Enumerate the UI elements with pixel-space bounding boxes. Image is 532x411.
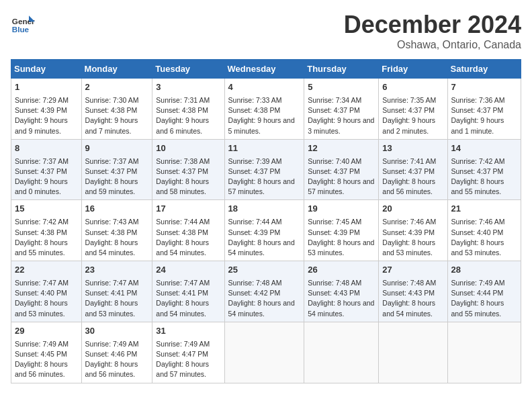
day-number: 4 (228, 81, 301, 94)
day-info: Sunrise: 7:40 AMSunset: 4:37 PMDaylight:… (308, 156, 375, 197)
day-number: 14 (451, 142, 517, 155)
calendar-day-cell: 13Sunrise: 7:41 AMSunset: 4:37 PMDayligh… (379, 139, 447, 200)
calendar-week-row: 22Sunrise: 7:47 AMSunset: 4:40 PMDayligh… (11, 261, 521, 322)
calendar-week-row: 29Sunrise: 7:49 AMSunset: 4:45 PMDayligh… (11, 322, 521, 383)
day-number: 17 (156, 203, 220, 216)
calendar-day-cell: 26Sunrise: 7:48 AMSunset: 4:43 PMDayligh… (304, 261, 379, 322)
calendar-day-cell: 28Sunrise: 7:49 AMSunset: 4:44 PMDayligh… (447, 261, 521, 322)
calendar-day-cell: 23Sunrise: 7:47 AMSunset: 4:41 PMDayligh… (81, 261, 152, 322)
day-number: 29 (15, 325, 78, 338)
calendar-day-cell: 20Sunrise: 7:46 AMSunset: 4:39 PMDayligh… (379, 200, 447, 261)
logo: General Blue (11, 11, 35, 35)
calendar-day-cell (224, 322, 304, 383)
day-info: Sunrise: 7:34 AMSunset: 4:37 PMDaylight:… (308, 95, 375, 136)
day-number: 6 (382, 81, 443, 94)
day-number: 9 (85, 142, 149, 155)
title-area: December 2024 Oshawa, Ontario, Canada (344, 11, 521, 51)
calendar-day-cell: 27Sunrise: 7:48 AMSunset: 4:43 PMDayligh… (379, 261, 447, 322)
logo-icon: General Blue (11, 11, 35, 35)
day-info: Sunrise: 7:49 AMSunset: 4:46 PMDaylight:… (85, 339, 149, 380)
day-info: Sunrise: 7:41 AMSunset: 4:37 PMDaylight:… (382, 156, 443, 197)
day-number: 30 (85, 325, 149, 338)
calendar-day-cell: 18Sunrise: 7:44 AMSunset: 4:39 PMDayligh… (224, 200, 304, 261)
weekday-cell: Monday (81, 60, 152, 79)
weekday-cell: Wednesday (224, 60, 304, 79)
day-info: Sunrise: 7:45 AMSunset: 4:39 PMDaylight:… (308, 217, 375, 258)
weekday-cell: Friday (379, 60, 447, 79)
calendar-day-cell: 11Sunrise: 7:39 AMSunset: 4:37 PMDayligh… (224, 139, 304, 200)
day-info: Sunrise: 7:42 AMSunset: 4:37 PMDaylight:… (451, 156, 517, 197)
day-number: 11 (228, 142, 301, 155)
day-number: 12 (308, 142, 375, 155)
day-info: Sunrise: 7:46 AMSunset: 4:40 PMDaylight:… (451, 217, 517, 258)
day-info: Sunrise: 7:48 AMSunset: 4:42 PMDaylight:… (228, 278, 301, 319)
day-number: 18 (228, 203, 301, 216)
day-info: Sunrise: 7:49 AMSunset: 4:45 PMDaylight:… (15, 339, 78, 380)
calendar-day-cell: 31Sunrise: 7:49 AMSunset: 4:47 PMDayligh… (152, 322, 224, 383)
location-title: Oshawa, Ontario, Canada (344, 39, 521, 51)
calendar-week-row: 8Sunrise: 7:37 AMSunset: 4:37 PMDaylight… (11, 139, 521, 200)
day-info: Sunrise: 7:36 AMSunset: 4:37 PMDaylight:… (451, 95, 517, 136)
day-number: 7 (451, 81, 517, 94)
day-number: 2 (85, 81, 149, 94)
day-info: Sunrise: 7:47 AMSunset: 4:41 PMDaylight:… (156, 278, 220, 319)
day-info: Sunrise: 7:49 AMSunset: 4:47 PMDaylight:… (156, 339, 220, 380)
day-number: 24 (156, 264, 220, 277)
day-number: 27 (382, 264, 443, 277)
calendar-day-cell: 21Sunrise: 7:46 AMSunset: 4:40 PMDayligh… (447, 200, 521, 261)
day-info: Sunrise: 7:48 AMSunset: 4:43 PMDaylight:… (382, 278, 443, 319)
calendar-day-cell: 5Sunrise: 7:34 AMSunset: 4:37 PMDaylight… (304, 79, 379, 140)
calendar-body: 1Sunrise: 7:29 AMSunset: 4:39 PMDaylight… (11, 79, 521, 383)
day-info: Sunrise: 7:33 AMSunset: 4:38 PMDaylight:… (228, 95, 301, 136)
calendar-day-cell: 12Sunrise: 7:40 AMSunset: 4:37 PMDayligh… (304, 139, 379, 200)
calendar-day-cell: 4Sunrise: 7:33 AMSunset: 4:38 PMDaylight… (224, 79, 304, 140)
day-number: 22 (15, 264, 78, 277)
calendar-day-cell: 16Sunrise: 7:43 AMSunset: 4:38 PMDayligh… (81, 200, 152, 261)
calendar-day-cell: 9Sunrise: 7:37 AMSunset: 4:37 PMDaylight… (81, 139, 152, 200)
calendar-day-cell: 7Sunrise: 7:36 AMSunset: 4:37 PMDaylight… (447, 79, 521, 140)
day-info: Sunrise: 7:31 AMSunset: 4:38 PMDaylight:… (156, 95, 220, 136)
calendar-week-row: 1Sunrise: 7:29 AMSunset: 4:39 PMDaylight… (11, 79, 521, 140)
calendar-day-cell (379, 322, 447, 383)
day-info: Sunrise: 7:46 AMSunset: 4:39 PMDaylight:… (382, 217, 443, 258)
day-info: Sunrise: 7:43 AMSunset: 4:38 PMDaylight:… (85, 217, 149, 258)
weekday-cell: Tuesday (152, 60, 224, 79)
day-number: 25 (228, 264, 301, 277)
calendar-day-cell: 15Sunrise: 7:42 AMSunset: 4:38 PMDayligh… (11, 200, 82, 261)
calendar-day-cell: 14Sunrise: 7:42 AMSunset: 4:37 PMDayligh… (447, 139, 521, 200)
day-number: 23 (85, 264, 149, 277)
day-number: 16 (85, 203, 149, 216)
day-info: Sunrise: 7:47 AMSunset: 4:41 PMDaylight:… (85, 278, 149, 319)
day-info: Sunrise: 7:29 AMSunset: 4:39 PMDaylight:… (15, 95, 78, 136)
calendar-day-cell: 25Sunrise: 7:48 AMSunset: 4:42 PMDayligh… (224, 261, 304, 322)
day-number: 10 (156, 142, 220, 155)
day-info: Sunrise: 7:39 AMSunset: 4:37 PMDaylight:… (228, 156, 301, 197)
calendar-day-cell: 29Sunrise: 7:49 AMSunset: 4:45 PMDayligh… (11, 322, 82, 383)
calendar-table: SundayMondayTuesdayWednesdayThursdayFrid… (11, 59, 521, 383)
day-number: 1 (15, 81, 78, 94)
svg-text:Blue: Blue (12, 25, 30, 34)
calendar-day-cell: 3Sunrise: 7:31 AMSunset: 4:38 PMDaylight… (152, 79, 224, 140)
day-info: Sunrise: 7:42 AMSunset: 4:38 PMDaylight:… (15, 217, 78, 258)
day-number: 19 (308, 203, 375, 216)
calendar-day-cell: 6Sunrise: 7:35 AMSunset: 4:37 PMDaylight… (379, 79, 447, 140)
day-info: Sunrise: 7:49 AMSunset: 4:44 PMDaylight:… (451, 278, 517, 319)
day-number: 20 (382, 203, 443, 216)
day-info: Sunrise: 7:48 AMSunset: 4:43 PMDaylight:… (308, 278, 375, 319)
month-title: December 2024 (344, 11, 521, 39)
day-number: 28 (451, 264, 517, 277)
day-number: 21 (451, 203, 517, 216)
day-info: Sunrise: 7:37 AMSunset: 4:37 PMDaylight:… (15, 156, 78, 197)
calendar-day-cell (304, 322, 379, 383)
day-info: Sunrise: 7:38 AMSunset: 4:37 PMDaylight:… (156, 156, 220, 197)
calendar-day-cell: 19Sunrise: 7:45 AMSunset: 4:39 PMDayligh… (304, 200, 379, 261)
day-info: Sunrise: 7:35 AMSunset: 4:37 PMDaylight:… (382, 95, 443, 136)
day-number: 13 (382, 142, 443, 155)
calendar-day-cell: 2Sunrise: 7:30 AMSunset: 4:38 PMDaylight… (81, 79, 152, 140)
day-number: 8 (15, 142, 78, 155)
day-number: 26 (308, 264, 375, 277)
day-number: 31 (156, 325, 220, 338)
calendar-day-cell: 17Sunrise: 7:44 AMSunset: 4:38 PMDayligh… (152, 200, 224, 261)
calendar-day-cell: 24Sunrise: 7:47 AMSunset: 4:41 PMDayligh… (152, 261, 224, 322)
calendar-day-cell: 8Sunrise: 7:37 AMSunset: 4:37 PMDaylight… (11, 139, 82, 200)
